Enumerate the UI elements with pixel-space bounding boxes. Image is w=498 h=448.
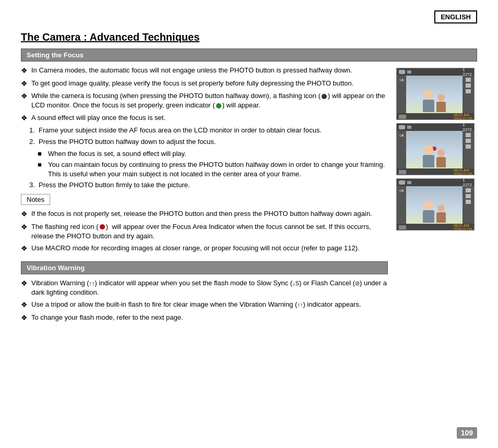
preview-scene-2 bbox=[406, 131, 463, 168]
step-2: 2. Press the PHOTO button halfway down t… bbox=[29, 137, 388, 147]
preview-leftbar-3: ↕A bbox=[397, 186, 406, 224]
preview-leftbar: ↕A bbox=[397, 76, 406, 113]
sub-bullet-1: ■ When the focus is set, a sound effect … bbox=[38, 149, 388, 159]
person-head-6 bbox=[437, 204, 445, 212]
right-icon-3 bbox=[466, 89, 471, 93]
left-icon-2: ↕A bbox=[399, 133, 404, 138]
camera-icon-3 bbox=[399, 180, 405, 185]
bottom-icon-2 bbox=[399, 170, 406, 174]
right-icon-4 bbox=[466, 133, 471, 137]
preview-bottombar-2: 08/21 AM2004.01.03 bbox=[397, 168, 474, 175]
preview-rightbar-2 bbox=[463, 131, 474, 168]
vib-bullet-3: ❖ To change your flash mode, refer to th… bbox=[21, 313, 388, 323]
vib-bullet-1: ❖ Vibration Warning (↑↑) indicator will … bbox=[21, 279, 388, 297]
person-head bbox=[424, 90, 433, 99]
preview-scene-3 bbox=[406, 186, 463, 224]
right-icon-7 bbox=[466, 188, 471, 192]
right-icon-6 bbox=[466, 144, 471, 149]
camera-preview-3: 12272 ↕A bbox=[396, 178, 475, 231]
bottom-icon-3 bbox=[399, 225, 406, 229]
section2: Vibration Warning ❖ Vibration Warning (↑… bbox=[21, 261, 388, 323]
preview-body-1: ↕A bbox=[397, 76, 474, 113]
bullet-sym: ❖ bbox=[21, 113, 28, 124]
preview-date-1: 08/21 AM2004.01.03 bbox=[454, 113, 472, 120]
content-area: ❖ In Camera modes, the automatic focus w… bbox=[21, 66, 477, 325]
numbered-steps: 1. Frame your subject inside the AF focu… bbox=[29, 126, 388, 190]
people-group-1 bbox=[423, 90, 446, 113]
bottom-icon-1 bbox=[399, 115, 406, 119]
english-badge: ENGLISH bbox=[434, 10, 477, 23]
flashing-icon bbox=[322, 94, 327, 99]
preview-body-3: ↕A bbox=[397, 186, 474, 224]
person-1 bbox=[423, 90, 434, 112]
left-column: ❖ In Camera modes, the automatic focus w… bbox=[21, 66, 388, 325]
camera-icon-2 bbox=[399, 125, 405, 129]
person-head-2 bbox=[437, 94, 445, 101]
preview-date-2: 08/21 AM2004.01.03 bbox=[454, 168, 472, 175]
bullet-sym: ❖ bbox=[21, 244, 28, 254]
square-bullet-2: ■ bbox=[38, 160, 45, 179]
right-icon-9 bbox=[466, 200, 471, 204]
bullet-sym: ❖ bbox=[21, 66, 28, 76]
preview-topbar-1: 12272 bbox=[397, 68, 474, 76]
bullet-2: ❖ To get good image quality, please veri… bbox=[21, 79, 388, 89]
preview-body-2: ↕A bbox=[397, 131, 474, 168]
person-body-4 bbox=[436, 157, 446, 167]
person-head-4 bbox=[437, 149, 445, 156]
sub-bullet-2: ■ You can maintain focus by continuing t… bbox=[38, 160, 388, 179]
step-3: 3. Press the PHOTO button firmly to take… bbox=[29, 180, 388, 190]
bullet-sym: ❖ bbox=[21, 279, 28, 297]
people-group-3 bbox=[423, 200, 446, 224]
person-body bbox=[423, 100, 434, 112]
bullet-sym: ❖ bbox=[21, 222, 28, 241]
preview-date-3: 08/21 AM2004.01.03 bbox=[454, 224, 472, 231]
red-dot-icon bbox=[100, 224, 105, 229]
right-icon-2 bbox=[466, 83, 471, 88]
bullet-sym: ❖ bbox=[21, 300, 28, 310]
person-2 bbox=[436, 94, 446, 112]
person-6 bbox=[436, 204, 446, 223]
right-icon-8 bbox=[466, 194, 471, 198]
vibration-icon-2: ↑↑ bbox=[297, 301, 303, 308]
person-body-3 bbox=[423, 155, 434, 167]
person-head-5 bbox=[424, 200, 433, 210]
camera-preview-2: 12272 ↕A bbox=[396, 123, 475, 175]
section1-header: Setting the Focus bbox=[21, 49, 477, 62]
note-3: ❖ Use MACRO mode for recording images at… bbox=[21, 244, 388, 254]
person-body-2 bbox=[436, 102, 446, 112]
preview-rightbar-1 bbox=[463, 76, 474, 113]
right-icons bbox=[466, 78, 471, 93]
person-3 bbox=[423, 145, 434, 167]
person-body-6 bbox=[436, 212, 446, 223]
notes-box: Notes bbox=[21, 194, 50, 205]
bullet-3: ❖ While the camera is focusing (when pre… bbox=[21, 91, 388, 110]
preview-bottombar-3: 08/21 AM2004.01.03 bbox=[397, 224, 474, 231]
preview-rightbar-3 bbox=[463, 186, 474, 224]
page-number: 109 bbox=[457, 427, 477, 439]
bullet-sym: ❖ bbox=[21, 91, 28, 110]
bullet-sym: ❖ bbox=[21, 313, 28, 323]
bullet-sym: ❖ bbox=[21, 79, 28, 89]
vib-bullet-2: ❖ Use a tripod or allow the built-in fla… bbox=[21, 300, 388, 310]
vibration-icon: ↑↑ bbox=[89, 280, 95, 286]
preview-topbar-3: 12272 bbox=[397, 179, 474, 186]
right-icon-5 bbox=[466, 139, 471, 143]
green-indicator-icon bbox=[216, 103, 221, 108]
battery-icon-1 bbox=[407, 70, 411, 74]
page-title: The Camera : Advanced Techniques bbox=[21, 31, 477, 43]
bullet-1: ❖ In Camera modes, the automatic focus w… bbox=[21, 66, 388, 76]
bullet-4: ❖ A sound effect will play once the focu… bbox=[21, 113, 388, 124]
person-5 bbox=[423, 200, 434, 223]
note-2: ❖ The flashing red icon () will appear o… bbox=[21, 222, 388, 241]
left-icon-3: ↕A bbox=[399, 188, 404, 193]
person-4 bbox=[436, 149, 446, 167]
left-icon: ↕A bbox=[399, 78, 404, 82]
camera-preview-1: 12272 ↕A bbox=[396, 68, 475, 120]
right-column: 12272 ↕A bbox=[396, 68, 477, 325]
square-bullet: ■ bbox=[38, 149, 45, 159]
section2-header: Vibration Warning bbox=[21, 261, 388, 274]
preview-leftbar-2: ↕A bbox=[397, 131, 406, 168]
person-head-3 bbox=[424, 145, 433, 154]
page: ENGLISH The Camera : Advanced Techniques… bbox=[0, 0, 498, 448]
battery-icon-2 bbox=[407, 126, 411, 129]
